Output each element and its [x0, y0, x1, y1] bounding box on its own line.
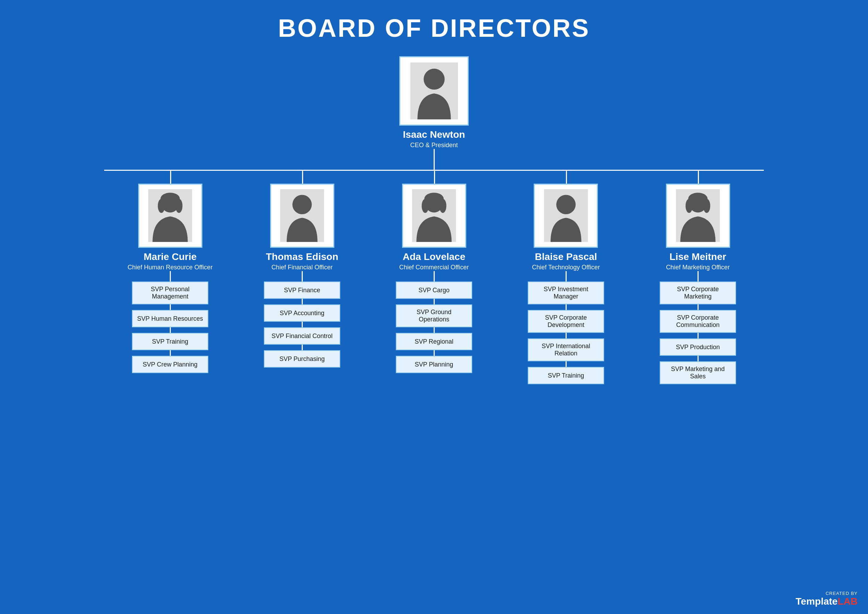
watermark-template: Template: [796, 596, 838, 607]
svp-box-4-3: SVP Marketing and Sales: [660, 361, 736, 384]
ceo-name: Isaac Newton: [403, 129, 465, 140]
svp-box-3-1: SVP Corporate Development: [528, 310, 604, 333]
director-col-1: Thomas Edison Chief Financial Officer SV…: [236, 184, 368, 384]
svp-box-3-3: SVP Training: [528, 367, 604, 384]
dir-card-3: [534, 184, 598, 248]
directors-row: Marie Curie Chief Human Resource Officer…: [104, 184, 764, 384]
ceo-vline: [434, 149, 435, 170]
ceo-card: [399, 56, 469, 126]
svp-box-1-3: SVP Purchasing: [264, 350, 340, 367]
director-col-3: Blaise Pascal Chief Technology Officer S…: [500, 184, 632, 384]
watermark-created-by: CREATED BY: [826, 591, 857, 596]
svp-box-3-0: SVP Investment Manager: [528, 282, 604, 304]
director-col-0: Marie Curie Chief Human Resource Officer…: [104, 184, 236, 384]
dir-role-0: Chief Human Resource Officer: [128, 264, 213, 271]
dir-name-1: Thomas Edison: [266, 251, 338, 262]
dir-role-1: Chief Financial Officer: [272, 264, 333, 271]
dir-role-4: Chief Marketing Officer: [666, 264, 730, 271]
ceo-person: Isaac Newton CEO & President: [399, 56, 469, 149]
svp-box-4-2: SVP Production: [660, 338, 736, 356]
svp-box-0-3: SVP Crew Planning: [132, 356, 208, 373]
dir-name-3: Blaise Pascal: [535, 251, 597, 262]
dir-name-4: Lise Meitner: [669, 251, 726, 262]
svp-box-4-1: SVP Corporate Communication: [660, 310, 736, 333]
svp-chain-0: SVP Personal Management SVP Human Resour…: [132, 282, 208, 373]
director-thomas-edison: Thomas Edison Chief Financial Officer: [266, 184, 338, 271]
svp-box-0-0: SVP Personal Management: [132, 282, 208, 304]
svp-box-3-2: SVP International Relation: [528, 338, 604, 361]
svp-box-0-1: SVP Human Resources: [132, 310, 208, 327]
page-title: BOARD OF DIRECTORS: [278, 14, 590, 42]
svp-box-2-0: SVP Cargo: [396, 282, 472, 299]
org-chart: BOARD OF DIRECTORS Isaac Newton CEO & Pr…: [7, 14, 861, 384]
director-ada-lovelace: Ada Lovelace Chief Commercial Officer: [399, 184, 469, 271]
svp-chain-4: SVP Corporate Marketing SVP Corporate Co…: [660, 282, 736, 384]
dir-card-4: [666, 184, 730, 248]
director-col-2: Ada Lovelace Chief Commercial Officer SV…: [368, 184, 500, 384]
dir-card-2: [402, 184, 466, 248]
svp-box-2-1: SVP Ground Operations: [396, 304, 472, 327]
dir-card-1: [270, 184, 334, 248]
svp-box-0-2: SVP Training: [132, 333, 208, 350]
svp-box-4-0: SVP Corporate Marketing: [660, 282, 736, 304]
director-col-4: Lise Meitner Chief Marketing Officer SVP…: [632, 184, 764, 384]
dir-name-2: Ada Lovelace: [403, 251, 466, 262]
watermark: CREATED BY TemplateLAB: [796, 591, 857, 607]
svp-box-1-1: SVP Accounting: [264, 304, 340, 322]
watermark-lab: LAB: [837, 596, 857, 607]
director-blaise-pascal: Blaise Pascal Chief Technology Officer: [532, 184, 599, 271]
director-lise-meitner: Lise Meitner Chief Marketing Officer: [666, 184, 730, 271]
svp-box-2-3: SVP Planning: [396, 356, 472, 373]
dir-name-0: Marie Curie: [144, 251, 197, 262]
svp-box-1-2: SVP Financial Control: [264, 327, 340, 345]
watermark-brand: TemplateLAB: [796, 596, 857, 607]
ceo-role: CEO & President: [410, 142, 458, 149]
h-branch-line: [104, 170, 764, 171]
director-marie-curie: Marie Curie Chief Human Resource Officer: [128, 184, 213, 271]
dir-role-3: Chief Technology Officer: [532, 264, 599, 271]
svp-chain-2: SVP Cargo SVP Ground Operations SVP Regi…: [396, 282, 472, 373]
svp-chain-1: SVP Finance SVP Accounting SVP Financial…: [264, 282, 340, 367]
dir-card-0: [138, 184, 202, 248]
ceo-section: Isaac Newton CEO & President: [104, 56, 764, 171]
svp-chain-3: SVP Investment Manager SVP Corporate Dev…: [528, 282, 604, 384]
dir-role-2: Chief Commercial Officer: [399, 264, 469, 271]
svp-box-1-0: SVP Finance: [264, 282, 340, 299]
svp-box-2-2: SVP Regional: [396, 333, 472, 350]
